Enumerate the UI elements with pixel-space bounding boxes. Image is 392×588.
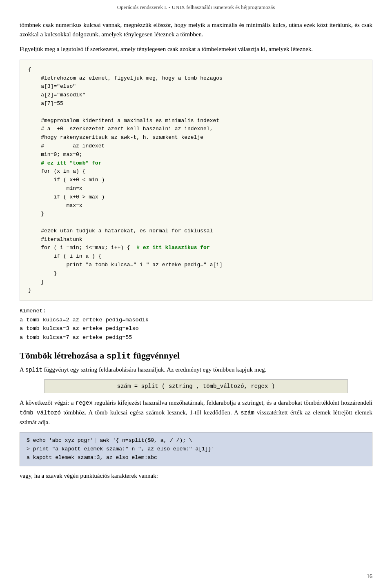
terminal-line-2: > print "a kapott elemek szama:" n ", az… [27, 446, 214, 452]
code-line-26: } [28, 279, 44, 285]
section-title-suffix: függvénnyel [131, 350, 180, 361]
code-line-23: if ( i in a ) { [28, 253, 101, 259]
terminal-line-3: a kapott elemek szama:3, az elso elem:ab… [27, 454, 157, 461]
code-line-25: } [28, 270, 57, 276]
code-line-24: print "a tomb kulcsa=" i " az erteke ped… [28, 262, 223, 268]
section-title-mono: split [107, 352, 131, 361]
code-line-9: #hogy rakenyszeritsuk az awk-t, h. szamk… [28, 134, 203, 140]
page-number: 16 [367, 573, 372, 580]
para2-mid2: tömbhöz. A tömb kulcsai egész számok les… [61, 409, 241, 416]
code-line-11: min=0; max=0; [28, 151, 82, 158]
para2-code1: regex [76, 400, 93, 406]
code-line-7: #megprobalom kideriteni a maximalis es m… [28, 118, 219, 124]
output-label: Kimenet: [20, 308, 46, 314]
intro-paragraph-1: tömbnek csak numerikus kulcsai vannak, m… [20, 20, 372, 40]
formula-block: szám = split ( sztring , tömb_változó, r… [44, 379, 348, 393]
para1-rest: függvényt egy sztring feldarabolására ha… [42, 366, 267, 373]
code-line-5: a[7]=55 [28, 100, 63, 107]
page-header: Operációs rendszerek I. - UNIX felhaszná… [0, 0, 392, 13]
code-line-10: # az indexet [28, 143, 105, 149]
code-line-22: for ( i =min; i<=max; i++) { # ez itt kl… [28, 245, 210, 251]
terminal-block: $ echo 'abc xyz pqgr'| awk '{ n=split($0… [20, 432, 372, 466]
output-line-1: a tomb kulcsa=2 az erteke pedig=masodik [20, 317, 149, 323]
final-paragraph: vagy, ha a szavak végén punktuációs kara… [20, 471, 372, 481]
formula-text: szám = split ( sztring , tömb_változó, r… [117, 383, 275, 390]
header-title: Operációs rendszerek I. - UNIX felhaszná… [117, 4, 275, 10]
main-code-block: { #letrehozom az elemet, figyeljuk meg, … [20, 60, 372, 301]
code-line-27: } [28, 287, 31, 293]
code-line-14: if ( x+0 < min ) [28, 177, 105, 183]
code-line-17: max=x [28, 203, 82, 209]
para2-start: A következőt végzi: a [20, 399, 76, 406]
code-line-2: #letrehozom az elemet, figyeljuk meg, ho… [28, 75, 223, 81]
code-line-3: a[3]="elso" [28, 83, 76, 89]
section-title-normal: Tömbök létrehozása a [20, 350, 107, 361]
code-line-8: # a +0 szerkezetet azert kell hasznalni … [28, 126, 213, 132]
code-line-4: a[2]="masodik" [28, 92, 85, 98]
para2-mid: reguláris kifejezést használva mezőhatár… [93, 399, 372, 406]
para2-code2: tömb_változó [20, 410, 61, 416]
code-line-21: #iteralhatunk [28, 236, 82, 243]
para2-code3: szám [241, 410, 254, 416]
code-line-12: # ez itt "tomb" for [28, 160, 101, 166]
output-line-2: a tomb kulcsa=3 az erteke pedig=elso [20, 325, 139, 332]
para1-start: A [20, 366, 25, 373]
para1-code: split [25, 367, 42, 373]
split-paragraph: A split függvényt egy sztring feldarabol… [20, 365, 372, 375]
output-block: Kimenet: a tomb kulcsa=2 az erteke pedig… [20, 307, 372, 342]
code-line-15: min=x [28, 185, 82, 192]
description-paragraph: A következőt végzi: a regex reguláris ki… [20, 398, 372, 427]
section-heading: Tömbök létrehozása a split függvénnyel [20, 350, 372, 361]
code-line-13: for (x in a) { [28, 168, 85, 174]
code-line-20: #ezek utan tudjuk a hatarokat, es normal… [28, 228, 213, 234]
code-line-18: } [28, 211, 44, 217]
output-line-3: a tomb kulcsa=7 az erteke pedig=55 [20, 334, 132, 341]
terminal-line-1: $ echo 'abc xyz pqgr'| awk '{ n=split($0… [27, 437, 192, 443]
code-line-16: if ( x+0 > max ) [28, 194, 105, 200]
intro-paragraph-2: Figyeljük meg a legutolsó if szerkezetet… [20, 45, 372, 54]
code-line-1: { [28, 67, 31, 73]
